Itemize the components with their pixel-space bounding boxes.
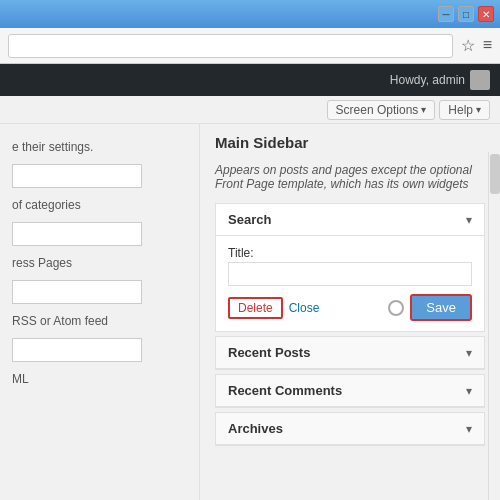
archives-widget-arrow-icon: ▾ [466, 422, 472, 436]
browser-toolbar-icons: ☆ ≡ [461, 36, 492, 55]
howdy-text-container: Howdy, admin [390, 70, 490, 90]
scroll-thumb[interactable] [490, 154, 500, 194]
recent-posts-widget-title: Recent Posts [228, 345, 310, 360]
sidebar-item-1: e their settings. [0, 134, 199, 160]
sidebar-item-5: ML [0, 366, 199, 392]
help-button[interactable]: Help [439, 100, 490, 120]
close-link[interactable]: Close [289, 301, 320, 315]
sidebar-input-1[interactable] [12, 164, 142, 188]
recent-posts-widget: Recent Posts ▾ [215, 336, 485, 370]
avatar [470, 70, 490, 90]
widget-area-description: Appears on posts and pages except the op… [215, 163, 485, 191]
wp-content: e their settings. of categories ress Pag… [0, 124, 500, 500]
recent-comments-widget-title: Recent Comments [228, 383, 342, 398]
search-widget-header[interactable]: Search ▾ [216, 204, 484, 236]
widget-actions-right: Save [388, 294, 472, 321]
archives-widget-title: Archives [228, 421, 283, 436]
title-field-input[interactable] [228, 262, 472, 286]
sidebar-item-3: ress Pages [0, 250, 199, 276]
title-field-row: Title: [228, 246, 472, 286]
screen-options-button[interactable]: Screen Options [327, 100, 436, 120]
wp-admin-bar: Howdy, admin [0, 64, 500, 96]
recent-comments-widget: Recent Comments ▾ [215, 374, 485, 408]
delete-button[interactable]: Delete [228, 297, 283, 319]
circle-icon [388, 300, 404, 316]
sidebar-input-4[interactable] [12, 338, 142, 362]
archives-widget-header[interactable]: Archives ▾ [216, 413, 484, 445]
screen-options-bar: Screen Options Help [0, 96, 500, 124]
sidebar-input-3[interactable] [12, 280, 142, 304]
menu-icon[interactable]: ≡ [483, 36, 492, 55]
search-widget: Search ▾ Title: Delete Close [215, 203, 485, 332]
recent-posts-widget-arrow-icon: ▾ [466, 346, 472, 360]
widget-actions-left: Delete Close [228, 297, 319, 319]
sidebar-input-2[interactable] [12, 222, 142, 246]
scrollbar[interactable] [488, 152, 500, 500]
close-button[interactable]: ✕ [478, 6, 494, 22]
browser-toolbar: ☆ ≡ [0, 28, 500, 64]
maximize-button[interactable]: □ [458, 6, 474, 22]
widget-area-title: Main Sidebar [215, 134, 485, 157]
recent-posts-widget-header[interactable]: Recent Posts ▾ [216, 337, 484, 369]
recent-comments-widget-header[interactable]: Recent Comments ▾ [216, 375, 484, 407]
save-button[interactable]: Save [410, 294, 472, 321]
search-widget-arrow-icon: ▾ [466, 213, 472, 227]
sidebar-item-2: of categories [0, 192, 199, 218]
address-bar[interactable] [8, 34, 453, 58]
browser-titlebar: ─ □ ✕ [0, 0, 500, 28]
title-field-label: Title: [228, 246, 472, 260]
browser-window-controls: ─ □ ✕ [438, 6, 494, 22]
recent-comments-widget-arrow-icon: ▾ [466, 384, 472, 398]
howdy-text: Howdy, admin [390, 73, 465, 87]
widget-actions: Delete Close Save [228, 294, 472, 321]
search-widget-title: Search [228, 212, 271, 227]
star-icon[interactable]: ☆ [461, 36, 475, 55]
archives-widget: Archives ▾ [215, 412, 485, 446]
main-area: Main Sidebar Appears on posts and pages … [200, 124, 500, 500]
sidebar-item-4: RSS or Atom feed [0, 308, 199, 334]
minimize-button[interactable]: ─ [438, 6, 454, 22]
left-sidebar: e their settings. of categories ress Pag… [0, 124, 200, 500]
search-widget-content: Title: Delete Close Save [216, 236, 484, 331]
main-content-wrapper: Main Sidebar Appears on posts and pages … [200, 124, 500, 500]
